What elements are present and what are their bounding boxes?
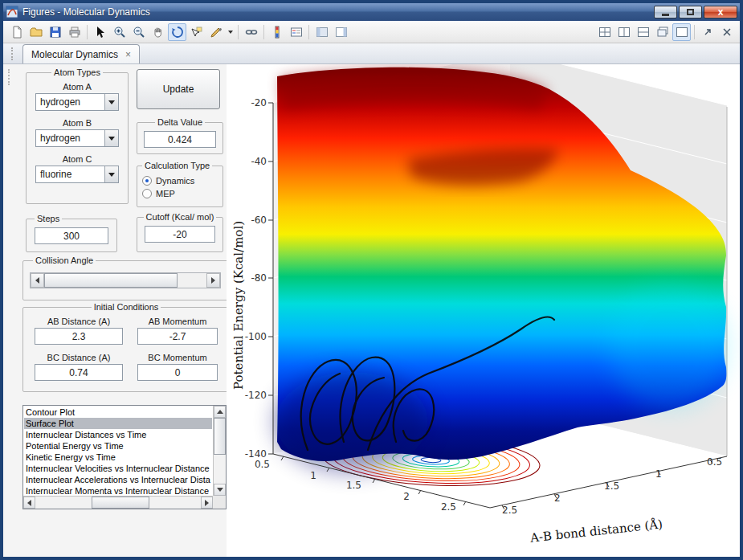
y-tick-label: -60 <box>251 215 267 226</box>
surface-plot-canvas[interactable]: -20 -40 -60 -80 -100 -120 -140 0.5 1 1.5… <box>227 64 740 557</box>
zoom-out-icon[interactable] <box>129 23 148 41</box>
atom-c-label: Atom C <box>30 154 125 164</box>
undock-icon[interactable] <box>698 23 716 41</box>
app-icon <box>6 6 18 18</box>
tile-windows-icon[interactable] <box>595 23 614 41</box>
hide-plot-tools-icon[interactable] <box>312 23 331 41</box>
list-item[interactable]: Internuclear Momenta vs Internuclear Dis… <box>24 485 212 495</box>
listbox-horizontal-scrollbar[interactable] <box>23 496 213 509</box>
new-figure-icon[interactable] <box>7 23 26 41</box>
print-figure-icon[interactable] <box>65 23 84 41</box>
list-item[interactable]: Contour Plot <box>24 407 212 418</box>
save-figure-icon[interactable] <box>46 23 64 41</box>
tab-label: Molecular Dynamics <box>31 49 118 60</box>
dynamics-option[interactable]: Dynamics <box>142 176 218 186</box>
atom-c-select[interactable]: fluorine <box>35 166 119 183</box>
maximize-icon <box>687 9 694 15</box>
listbox-vertical-scrollbar[interactable] <box>213 406 226 496</box>
bc-momentum-field[interactable]: 0 <box>137 364 218 381</box>
open-file-icon[interactable] <box>27 23 45 41</box>
data-cursor-icon[interactable] <box>187 23 206 41</box>
tabbar-gripper[interactable] <box>11 47 16 60</box>
insert-colorbar-icon[interactable] <box>267 23 286 41</box>
delta-value-field[interactable]: 0.424 <box>144 131 216 148</box>
vertical-scroll-thumb[interactable] <box>214 418 226 455</box>
arrow-left-icon <box>35 277 39 284</box>
slider-left-arrow[interactable] <box>31 273 44 288</box>
atom-c-value: fluorine <box>40 169 71 180</box>
ab-distance-field[interactable]: 2.3 <box>35 328 123 345</box>
scroll-right-button[interactable] <box>201 497 213 509</box>
slider-track[interactable] <box>44 273 206 288</box>
ab-momentum-field[interactable]: -2.7 <box>137 328 218 345</box>
steps-title: Steps <box>35 214 62 223</box>
horizontal-scroll-thumb[interactable] <box>92 497 149 509</box>
list-item-selected[interactable]: Surface Plot <box>24 418 212 429</box>
split-horizontal-icon[interactable] <box>634 23 652 41</box>
collision-angle-title: Collision Angle <box>33 255 96 265</box>
brush-icon[interactable] <box>206 23 225 41</box>
dynamics-radio-label: Dynamics <box>156 176 194 186</box>
atom-types-title: Atom Types <box>51 67 103 77</box>
minimize-button[interactable] <box>654 6 677 18</box>
pan-icon[interactable] <box>149 23 167 41</box>
insert-legend-icon[interactable] <box>287 23 305 41</box>
close-button[interactable]: x <box>704 6 737 18</box>
atom-b-label: Atom B <box>30 118 125 128</box>
panel-gripper[interactable] <box>8 69 11 85</box>
maximize-button[interactable] <box>679 6 702 18</box>
rotate-3d-icon[interactable] <box>168 23 186 41</box>
ab-distance-label: AB Distance (A) <box>35 317 123 326</box>
list-item[interactable]: Internuclear Accelerations vs Internucle… <box>24 474 212 485</box>
cutoff-field[interactable]: -20 <box>145 226 215 243</box>
chevron-down-icon <box>108 100 115 104</box>
brush-dropdown-icon[interactable] <box>226 23 235 41</box>
mep-option[interactable]: MEP <box>142 189 218 198</box>
atom-b-dropdown-button[interactable] <box>104 130 118 146</box>
initial-conditions-panel: Initial Conditions AB Distance (A) 2.3 B… <box>22 302 230 392</box>
link-plot-icon[interactable] <box>242 23 260 41</box>
y-tick-label: -80 <box>251 272 267 284</box>
list-item[interactable]: Potential Energy vs Time <box>24 440 212 452</box>
update-button[interactable]: Update <box>137 69 220 109</box>
single-window-icon[interactable] <box>672 23 691 41</box>
list-item[interactable]: Kinetic Energy vs Time <box>24 452 212 463</box>
steps-field[interactable]: 300 <box>35 227 108 244</box>
tab-molecular-dynamics[interactable]: Molecular Dynamics × <box>22 44 140 63</box>
vertical-scroll-track[interactable] <box>214 418 226 484</box>
slider-thumb[interactable] <box>44 273 178 288</box>
atom-a-select[interactable]: hydrogen <box>35 93 119 111</box>
zoom-in-icon[interactable] <box>110 23 129 41</box>
mep-radio[interactable] <box>142 189 152 198</box>
scroll-up-button[interactable] <box>214 406 226 418</box>
window-layout-controls <box>595 23 736 41</box>
atom-c-dropdown-button[interactable] <box>104 166 118 182</box>
bc-distance-field[interactable]: 0.74 <box>35 364 123 381</box>
dynamics-radio[interactable] <box>142 176 152 186</box>
atom-b-select[interactable]: hydrogen <box>35 129 119 147</box>
atom-a-dropdown-button[interactable] <box>104 94 118 110</box>
split-vertical-icon[interactable] <box>614 23 633 41</box>
scrollbar-corner <box>213 496 226 509</box>
ab-momentum-label: AB Momentum <box>137 317 218 326</box>
show-plot-tools-icon[interactable] <box>332 23 350 41</box>
edit-plot-icon[interactable] <box>91 23 109 41</box>
collision-angle-slider[interactable] <box>30 272 221 288</box>
list-item[interactable]: Internuclear Distances vs Time <box>24 429 212 440</box>
x-tick-label: 1.5 <box>346 480 361 491</box>
atom-a-value: hydrogen <box>40 96 80 108</box>
plot-type-listbox[interactable]: Contour Plot Surface Plot Internuclear D… <box>22 405 227 509</box>
title-bar[interactable]: Figures - Molecular Dynamics x <box>3 3 740 21</box>
close-panel-icon[interactable] <box>717 23 736 41</box>
bc-distance-label: BC Distance (A) <box>35 353 123 362</box>
cascade-windows-icon[interactable] <box>653 23 672 41</box>
scroll-down-button[interactable] <box>214 484 226 496</box>
caret-down-icon <box>228 31 233 34</box>
tab-close-icon[interactable]: × <box>125 50 131 59</box>
slider-right-arrow[interactable] <box>206 273 220 288</box>
horizontal-scroll-track[interactable] <box>35 497 201 509</box>
scroll-left-button[interactable] <box>23 497 35 509</box>
y-tick-label: -100 <box>245 331 267 342</box>
list-item[interactable]: Internuclear Velocities vs Internuclear … <box>24 463 212 474</box>
mep-radio-label: MEP <box>156 189 175 198</box>
